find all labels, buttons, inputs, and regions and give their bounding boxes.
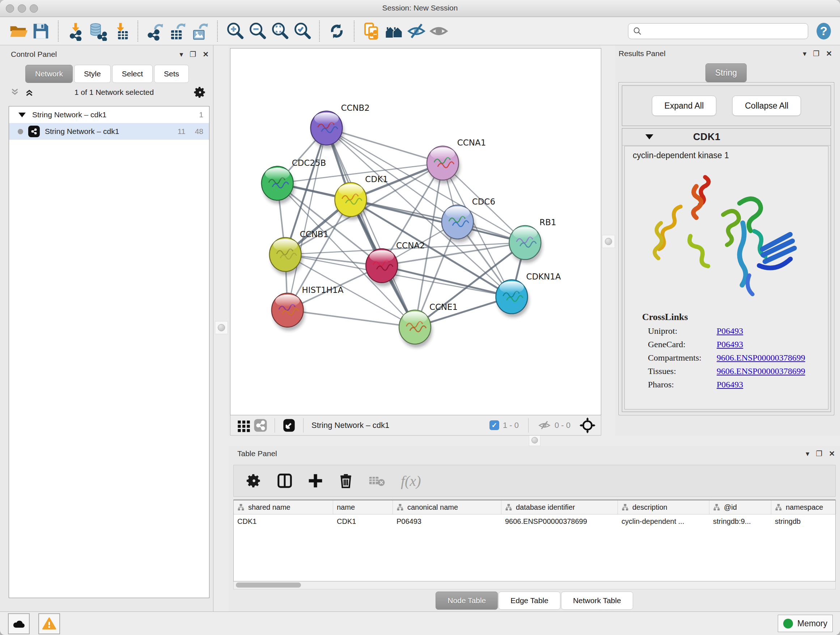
delete-column-button[interactable] xyxy=(338,470,354,491)
panel-float-icon[interactable]: ❐ xyxy=(189,50,196,59)
network-node-CDK1[interactable]: CDK1 xyxy=(335,174,388,220)
show-columns-button[interactable] xyxy=(276,470,293,491)
horizontal-scrollbar[interactable] xyxy=(233,581,836,589)
network-view-type-button[interactable] xyxy=(252,417,269,434)
search-field[interactable] xyxy=(628,23,808,39)
import-table-button[interactable] xyxy=(109,20,132,42)
panel-close-icon[interactable]: ✕ xyxy=(826,49,832,58)
left-splitter[interactable] xyxy=(213,45,229,612)
panel-float-icon[interactable]: ❐ xyxy=(813,49,819,58)
network-node-CCNE1[interactable]: CCNE1 xyxy=(399,302,458,348)
cell-canonical-name[interactable]: P06493 xyxy=(393,515,501,528)
network-collection-row[interactable]: String Network – cdk1 1 xyxy=(9,106,209,123)
tab-network[interactable]: Network xyxy=(25,65,73,83)
tab-network-table[interactable]: Network Table xyxy=(561,592,633,610)
network-node-HIST1H1A[interactable]: HIST1H1A xyxy=(272,285,344,331)
import-network-button[interactable] xyxy=(65,20,87,42)
table-row[interactable]: CDK1CDK1P064939606.ENSP00000378699cyclin… xyxy=(234,515,835,528)
refresh-button[interactable] xyxy=(325,20,348,42)
gene-section-header[interactable]: CDK1 xyxy=(622,128,831,146)
gene-details: cyclin-dependent kinase 1 xyxy=(624,146,829,409)
cell-database-identifier[interactable]: 9606.ENSP00000378699 xyxy=(501,515,618,528)
tab-node-table[interactable]: Node Table xyxy=(436,592,498,610)
column-header-shared-name[interactable]: shared name xyxy=(234,500,333,514)
cell-name[interactable]: CDK1 xyxy=(333,515,393,528)
zoom-fit-button[interactable] xyxy=(268,20,291,42)
network-edge-HIST1H1A-CCNE1[interactable] xyxy=(287,310,415,327)
bottom-splitter[interactable] xyxy=(229,435,840,446)
cell-shared-name[interactable]: CDK1 xyxy=(234,515,333,528)
network-edge-CCNB2-CCNA1[interactable] xyxy=(326,128,442,163)
panel-collapse-icon[interactable]: ▾ xyxy=(180,50,183,59)
right-splitter[interactable] xyxy=(601,45,615,435)
plus-icon xyxy=(308,473,324,489)
tab-style[interactable]: Style xyxy=(74,65,111,83)
network-node-CCNB2[interactable]: CCNB2 xyxy=(311,103,370,149)
network-node-CDC6[interactable]: CDC6 xyxy=(442,197,495,242)
table-options-button[interactable] xyxy=(246,470,262,491)
open-session-button[interactable] xyxy=(7,20,30,42)
panel-collapse-icon[interactable]: ▾ xyxy=(803,49,806,58)
collapse-all-icon[interactable] xyxy=(9,87,20,98)
selected-checkbox-icon[interactable]: ✓ xyxy=(489,420,499,430)
export-image-button[interactable] xyxy=(189,20,211,42)
export-table-button[interactable] xyxy=(166,20,189,42)
network-canvas[interactable]: CCNB2CCNA1CDC25BCDK1CDC6RB1CCNB1CCNA2CDK… xyxy=(230,48,601,415)
tab-string[interactable]: String xyxy=(706,63,747,82)
panel-collapse-icon[interactable]: ▾ xyxy=(806,449,809,458)
network-node-CCNA1[interactable]: CCNA1 xyxy=(427,138,486,184)
panel-close-icon[interactable]: ✕ xyxy=(202,50,209,59)
expand-all-button[interactable]: Expand All xyxy=(652,96,717,116)
cell-@id[interactable]: stringdb:9... xyxy=(709,515,771,528)
column-header-name[interactable]: name xyxy=(333,500,393,514)
network-options-gear-icon[interactable] xyxy=(194,86,207,99)
memory-button[interactable]: Memory xyxy=(778,615,833,632)
scrollbar-thumb[interactable] xyxy=(236,583,301,587)
add-column-button[interactable] xyxy=(308,470,324,491)
show-all-button[interactable] xyxy=(428,20,450,42)
tab-sets[interactable]: Sets xyxy=(154,65,189,83)
network-edge-CCNB2-HIST1H1A[interactable] xyxy=(287,128,327,310)
search-input[interactable] xyxy=(645,27,804,35)
tab-select[interactable]: Select xyxy=(112,65,153,83)
hide-selected-button[interactable] xyxy=(405,20,428,42)
grid-view-button[interactable] xyxy=(235,417,252,434)
panel-float-icon[interactable]: ❐ xyxy=(816,449,822,458)
cell-description[interactable]: cyclin-dependent ... xyxy=(618,515,709,528)
save-session-button[interactable] xyxy=(30,20,52,42)
collapse-all-button[interactable]: Collapse All xyxy=(732,96,801,116)
tree-expand-caret-icon[interactable] xyxy=(19,112,26,117)
crosslink-link[interactable]: P06493 xyxy=(717,340,743,349)
warnings-button[interactable] xyxy=(38,613,60,634)
string-app-button[interactable] xyxy=(360,20,383,42)
zoom-in-button[interactable] xyxy=(224,20,246,42)
tab-edge-table[interactable]: Edge Table xyxy=(499,592,561,610)
network-edge-CDK1-RB1[interactable] xyxy=(351,200,525,242)
crosslink-link[interactable]: 9606.ENSP00000378699 xyxy=(717,353,805,363)
network-edge-CCNB2-CCNE1[interactable] xyxy=(326,128,415,327)
crosslink-link[interactable]: 9606.ENSP00000378699 xyxy=(717,366,805,376)
expand-all-icon[interactable] xyxy=(24,87,35,98)
column-header-@id[interactable]: @id xyxy=(709,500,771,514)
zoom-selected-button[interactable] xyxy=(291,20,313,42)
zoom-out-button[interactable] xyxy=(246,20,268,42)
automation-button[interactable] xyxy=(8,613,30,634)
panel-close-icon[interactable]: ✕ xyxy=(829,449,835,458)
section-collapse-caret-icon[interactable] xyxy=(645,134,653,139)
detach-view-button[interactable] xyxy=(281,417,297,434)
network-node-CDKN1A[interactable]: CDKN1A xyxy=(496,272,561,318)
column-header-database-identifier[interactable]: database identifier xyxy=(501,500,618,514)
import-database-button[interactable] xyxy=(87,20,109,42)
crosslink-link[interactable]: P06493 xyxy=(717,380,743,390)
network-row-selected[interactable]: String Network – cdk1 11 48 xyxy=(9,123,209,140)
column-header-namespace[interactable]: namespace xyxy=(771,500,836,514)
crosslink-link[interactable]: P06493 xyxy=(717,326,743,336)
export-network-button[interactable] xyxy=(144,20,166,42)
network-node-RB1[interactable]: RB1 xyxy=(509,218,556,263)
column-header-description[interactable]: description xyxy=(618,500,709,514)
cell-namespace[interactable]: stringdb xyxy=(771,515,836,528)
organisms-button[interactable] xyxy=(383,20,405,42)
birdseye-view-button[interactable] xyxy=(579,417,596,434)
help-button[interactable]: ? xyxy=(815,22,833,40)
column-header-canonical-name[interactable]: canonical name xyxy=(393,500,501,514)
